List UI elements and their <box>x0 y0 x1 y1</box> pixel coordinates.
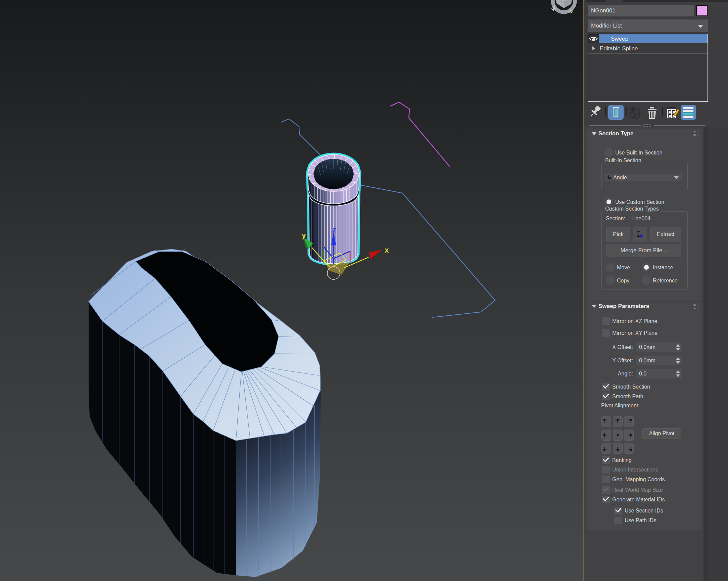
svg-text:x: x <box>385 246 389 254</box>
svg-text:z: z <box>332 226 336 234</box>
svg-text:y: y <box>302 231 306 239</box>
